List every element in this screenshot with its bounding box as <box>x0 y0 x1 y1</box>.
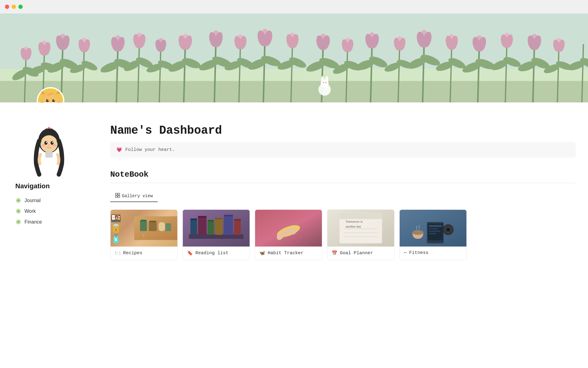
sidebar-item-journal[interactable]: ✳️ Journal <box>12 195 86 206</box>
quote-icon: 💗 <box>116 147 122 153</box>
svg-point-153 <box>54 99 55 101</box>
svg-rect-211 <box>340 213 382 219</box>
svg-rect-200 <box>224 215 233 235</box>
svg-text:Tomorrow is: Tomorrow is <box>345 220 363 223</box>
svg-point-219 <box>413 231 424 235</box>
svg-point-173 <box>52 144 57 147</box>
fitness-icon: ↔️ <box>404 250 407 255</box>
minimize-button[interactable] <box>12 5 16 9</box>
work-icon: ✳️ <box>15 208 21 214</box>
svg-point-208 <box>292 227 296 231</box>
svg-point-172 <box>41 144 46 147</box>
card-reading-list[interactable]: 🔖 Reading list <box>183 209 250 260</box>
gallery-view-tab[interactable]: Gallery view <box>110 190 158 202</box>
card-fitness[interactable]: ↔️ Fitness <box>399 209 467 260</box>
sidebar-item-label-finance: Finance <box>24 219 42 225</box>
svg-rect-199 <box>215 218 223 219</box>
svg-rect-222 <box>429 225 442 227</box>
nav-title: Navigation <box>15 182 50 190</box>
reading-icon: 🔖 <box>187 250 193 256</box>
card-habit-tracker[interactable]: 🦋 Habit Tracker <box>255 209 322 260</box>
finance-icon: ✳️ <box>15 219 21 225</box>
svg-rect-195 <box>198 216 207 218</box>
svg-rect-185 <box>149 221 156 222</box>
svg-rect-193 <box>190 218 197 220</box>
maximize-button[interactable] <box>18 5 23 9</box>
card-recipes[interactable]: 🥫 🍽️ Recipes <box>110 209 178 260</box>
quote-text: Follow your heart. <box>125 147 175 152</box>
nav-list: ✳️ Journal ✳️ Work ✳️ Finance <box>9 195 89 227</box>
card-recipes-image: 🥫 <box>111 210 177 247</box>
svg-rect-191 <box>189 234 243 239</box>
goal-icon: 📅 <box>332 250 337 256</box>
svg-rect-223 <box>429 228 438 229</box>
habit-icon: 🦋 <box>259 250 265 256</box>
quote-bar: 💗 Follow your heart. <box>110 142 576 158</box>
svg-point-142 <box>323 82 324 83</box>
svg-rect-178 <box>115 196 117 197</box>
gallery-view-label: Gallery view <box>122 194 153 198</box>
svg-point-171 <box>52 142 53 143</box>
card-recipes-label: 🍽️ Recipes <box>111 247 177 260</box>
svg-rect-201 <box>224 215 233 216</box>
card-fitness-label: ↔️ Fitness <box>400 247 466 259</box>
content-area: Navigation ✳️ Journal ✳️ Work ✳️ Finance <box>0 102 588 278</box>
page-title: Name's Dashboard <box>110 124 576 137</box>
svg-point-151 <box>52 99 55 102</box>
svg-rect-184 <box>149 221 157 231</box>
svg-rect-197 <box>208 220 214 221</box>
svg-rect-182 <box>140 220 147 231</box>
section-divider <box>110 183 576 183</box>
svg-rect-198 <box>215 218 223 235</box>
card-goal-planner[interactable]: Tomorrow is another day 📅 Goal Planner <box>327 209 394 260</box>
svg-rect-196 <box>208 220 214 235</box>
svg-rect-176 <box>115 193 117 195</box>
sidebar: Navigation ✳️ Journal ✳️ Work ✳️ Finance <box>0 121 98 278</box>
svg-rect-194 <box>198 217 207 235</box>
svg-point-174 <box>48 145 50 146</box>
sidebar-item-label-work: Work <box>24 209 36 214</box>
svg-text:another day: another day <box>345 224 361 228</box>
sidebar-illustration <box>18 127 80 176</box>
card-fitness-image <box>400 210 466 247</box>
window-chrome <box>0 0 588 13</box>
svg-rect-177 <box>118 193 120 195</box>
sidebar-item-finance[interactable]: ✳️ Finance <box>12 217 86 227</box>
recipes-icon: 🍽️ <box>115 250 121 256</box>
svg-point-143 <box>325 82 326 83</box>
view-tabs: Gallery view <box>110 190 576 202</box>
main-content: Name's Dashboard 💗 Follow your heart. No… <box>98 121 588 278</box>
svg-rect-203 <box>234 219 241 220</box>
close-button[interactable] <box>5 5 9 9</box>
card-reading-label: 🔖 Reading list <box>183 247 250 260</box>
svg-point-150 <box>46 99 49 102</box>
svg-point-168 <box>44 141 47 145</box>
svg-point-228 <box>447 228 450 232</box>
card-goal-image: Tomorrow is another day <box>327 210 394 247</box>
svg-rect-202 <box>234 220 241 235</box>
card-reading-image <box>183 210 250 247</box>
sidebar-item-label-journal: Journal <box>24 198 40 203</box>
gallery-icon <box>115 193 120 199</box>
svg-rect-187 <box>166 223 171 231</box>
sidebar-item-work[interactable]: ✳️ Work <box>12 206 86 217</box>
svg-rect-183 <box>141 220 146 221</box>
svg-point-167 <box>40 135 58 152</box>
svg-rect-186 <box>159 222 165 231</box>
card-habit-image <box>255 210 322 247</box>
notebook-section: NoteBook Gallery <box>110 170 576 260</box>
banner <box>0 13 588 102</box>
card-goal-label: 📅 Goal Planner <box>327 247 394 260</box>
svg-point-152 <box>47 99 49 101</box>
svg-rect-225 <box>429 233 436 234</box>
svg-rect-2 <box>0 81 588 102</box>
section-title: NoteBook <box>110 170 576 179</box>
journal-icon: ✳️ <box>15 197 21 203</box>
svg-rect-175 <box>45 151 53 158</box>
svg-rect-179 <box>118 196 120 197</box>
svg-point-170 <box>46 142 47 143</box>
svg-rect-192 <box>190 219 197 235</box>
svg-text:🥫: 🥫 <box>143 235 145 237</box>
svg-point-169 <box>51 141 54 145</box>
card-habit-label: 🦋 Habit Tracker <box>255 247 322 260</box>
